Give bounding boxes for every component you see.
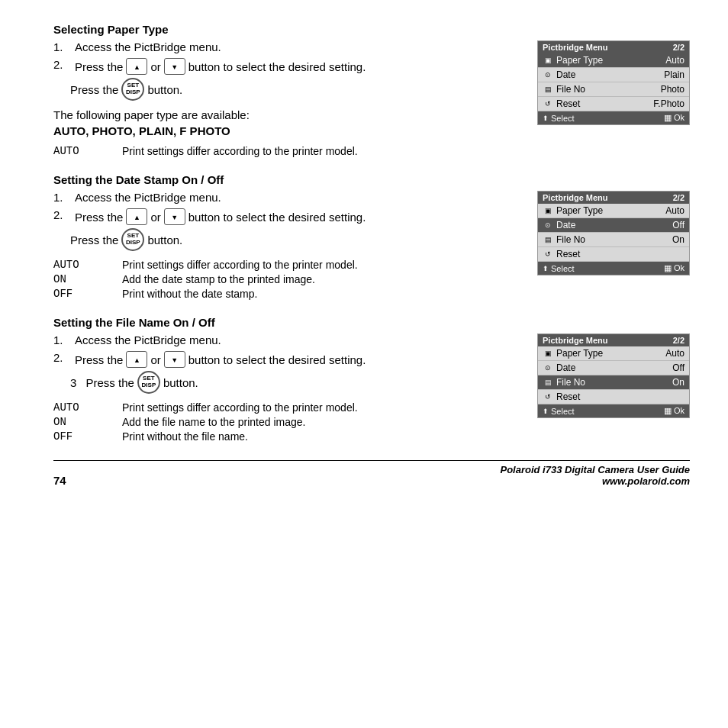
page-number: 74 (53, 474, 66, 487)
def-auto: AUTO Print settings differ according to … (53, 401, 522, 414)
def-auto: AUTO Print settings differ according to … (53, 145, 522, 157)
step-text: 3 Press the SETDISP button. (70, 371, 198, 394)
panel-row-0: ▣ Paper Type Auto (538, 346, 689, 361)
arrow-up-icon (126, 351, 147, 368)
step-2: 2. Press the or button to select the des… (53, 351, 522, 368)
step-num: 1. (53, 40, 70, 53)
step-1: 1. Access the PictBridge menu. (53, 40, 522, 53)
panel-header: Pictbridge Menu 2/2 (538, 192, 689, 204)
def-auto: AUTO Print settings differ according to … (53, 259, 522, 271)
panel: Pictbridge Menu 2/2 ▣ Paper Type Auto ⊙ … (537, 191, 690, 275)
step-num: 1. (53, 191, 70, 204)
reset-icon: ↺ (543, 250, 553, 259)
step-text: Press the or button to select the desire… (75, 208, 366, 225)
panel-row-2: ▤ File No On (538, 233, 689, 247)
step-1: 1. Access the PictBridge menu. (53, 191, 522, 204)
step-text: Access the PictBridge menu. (75, 333, 221, 346)
panel-row-1: ⊙ Date Off (538, 361, 689, 375)
section-file-name: Setting the File Name On / Off 1. Access… (53, 316, 690, 445)
paper-icon: ▣ (543, 349, 553, 358)
set-button-icon: SETDISP (121, 78, 144, 101)
panel-row-0: ▣ Paper Type Auto (538, 53, 689, 68)
arrow-down-icon (164, 208, 185, 225)
step-text: Press the or button to select the desire… (75, 58, 366, 75)
def-desc: Print without the date stamp. (122, 288, 257, 300)
set-button-icon: SETDISP (137, 371, 160, 394)
panel: Pictbridge Menu 2/2 ▣ Paper Type Auto ⊙ … (537, 40, 690, 125)
select-arrow-icon: ⬆ (543, 265, 549, 272)
arrow-down-icon (164, 58, 185, 75)
panel-row-0: ▣ Paper Type Auto (538, 204, 689, 218)
def-term: OFF (53, 288, 114, 300)
def-on: ON Add the date stamp to the printed ima… (53, 273, 522, 285)
select-arrow-icon: ⬆ (543, 114, 549, 122)
date-icon: ⊙ (543, 70, 553, 79)
brand-info: Polaroid i733 Digital Camera User Guide … (500, 464, 690, 487)
step-num: 2. (53, 58, 70, 71)
step-text: Press the SETDISP button. (70, 228, 182, 251)
page-footer: 74 Polaroid i733 Digital Camera User Gui… (53, 460, 690, 487)
step-text: Access the PictBridge menu. (75, 191, 221, 204)
def-term: ON (53, 273, 114, 285)
step-2: 2. Press the or button to select the des… (53, 208, 522, 225)
pictbridge-panel-2: Pictbridge Menu 2/2 ▣ Paper Type Auto ⊙ … (537, 191, 690, 302)
def-on: ON Add the file name to the printed imag… (53, 416, 522, 428)
arrow-up-icon (126, 208, 147, 225)
step-text: Press the SETDISP button. (70, 78, 182, 101)
panel-row-3: ↺ Reset (538, 247, 689, 262)
section-heading: Setting the Date Stamp On / Off (53, 173, 690, 186)
file-icon: ▤ (543, 235, 553, 244)
step-num: 2. (53, 351, 70, 364)
def-term: OFF (53, 430, 114, 443)
def-desc: Print settings differ according to the p… (122, 259, 358, 271)
reset-icon: ↺ (543, 99, 553, 108)
def-term: AUTO (53, 259, 114, 271)
arrow-up-icon (126, 58, 147, 75)
def-desc: Add the date stamp to the printed image. (122, 273, 315, 285)
step-3: Press the SETDISP button. (70, 228, 522, 251)
panel-footer: ⬆ Select ▦ Ok (538, 262, 689, 275)
arrow-down-icon (164, 351, 185, 368)
available-values: AUTO, PHOTO, PLAIN, F PHOTO (53, 124, 522, 137)
date-icon: ⊙ (543, 363, 553, 372)
panel-header: Pictbridge Menu 2/2 (538, 41, 689, 53)
brand-line1: Polaroid i733 Digital Camera User Guide (500, 464, 690, 475)
file-icon: ▤ (543, 378, 553, 387)
def-off: OFF Print without the file name. (53, 430, 522, 443)
date-icon: ⊙ (543, 221, 553, 230)
step-num: 1. (53, 333, 70, 346)
panel-row-2: ▤ File No On (538, 375, 689, 390)
panel-row-1: ⊙ Date Off (538, 218, 689, 233)
def-desc: Print settings differ according to the p… (122, 401, 358, 414)
def-term: AUTO (53, 401, 114, 414)
select-arrow-icon: ⬆ (543, 407, 549, 415)
panel-header: Pictbridge Menu 2/2 (538, 334, 689, 346)
panel: Pictbridge Menu 2/2 ▣ Paper Type Auto ⊙ … (537, 333, 690, 418)
def-off: OFF Print without the date stamp. (53, 288, 522, 300)
step-text: Access the PictBridge menu. (75, 40, 221, 53)
pictbridge-panel-3: Pictbridge Menu 2/2 ▣ Paper Type Auto ⊙ … (537, 333, 690, 445)
step-1: 1. Access the PictBridge menu. (53, 333, 522, 346)
def-term: AUTO (53, 145, 114, 157)
file-icon: ▤ (543, 85, 553, 94)
paper-icon: ▣ (543, 206, 553, 215)
step-3: Press the SETDISP button. (70, 78, 522, 101)
panel-row-2: ▤ File No Photo (538, 82, 689, 97)
section-heading: Selecting Paper Type (53, 23, 690, 36)
def-desc: Print settings differ according to the p… (122, 145, 358, 157)
pictbridge-panel-1: Pictbridge Menu 2/2 ▣ Paper Type Auto ⊙ … (537, 40, 690, 159)
panel-footer: ⬆ Select ▦ Ok (538, 111, 689, 124)
def-desc: Add the file name to the printed image. (122, 416, 305, 428)
available-text: The following paper type are available: (53, 108, 522, 121)
section-date-stamp: Setting the Date Stamp On / Off 1. Acces… (53, 173, 690, 302)
step-text: Press the or button to select the desire… (75, 351, 366, 368)
panel-row-1: ⊙ Date Plain (538, 68, 689, 82)
panel-footer: ⬆ Select ▦ Ok (538, 404, 689, 417)
step-num: 2. (53, 208, 70, 221)
reset-icon: ↺ (543, 392, 553, 401)
section-heading: Setting the File Name On / Off (53, 316, 690, 329)
step-2: 2. Press the or button to select the des… (53, 58, 522, 75)
step-3: 3 Press the SETDISP button. (70, 371, 522, 394)
brand-line2: www.polaroid.com (500, 475, 690, 487)
def-desc: Print without the file name. (122, 430, 248, 443)
